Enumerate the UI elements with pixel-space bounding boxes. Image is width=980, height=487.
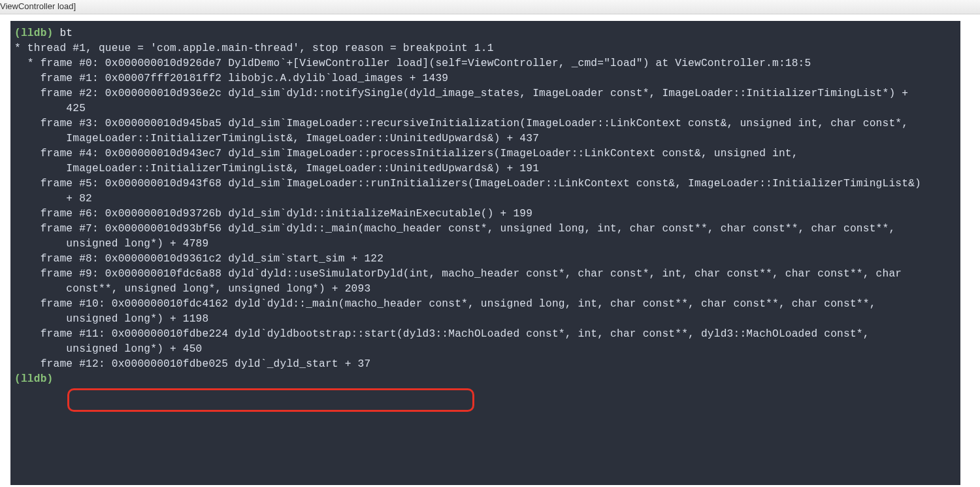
lldb-prompt: (lldb) [14, 27, 54, 39]
highlighted-frame-marker [67, 388, 474, 412]
console-panel-wrapper: (lldb) bt * thread #1, queue = 'com.appl… [0, 14, 980, 487]
thread-line: * thread #1, queue = 'com.apple.main-thr… [14, 42, 494, 54]
bt-command: bt [59, 27, 73, 39]
lldb-prompt-2: (lldb) [14, 373, 54, 385]
frames-block: * frame #0: 0x000000010d926de7 DyldDemo`… [14, 58, 921, 370]
window-title: ViewController load] [0, 1, 76, 11]
debug-console[interactable]: (lldb) bt * thread #1, queue = 'com.appl… [10, 21, 960, 485]
title-bar: ViewController load] [0, 0, 980, 14]
console-output: (lldb) bt * thread #1, queue = 'com.appl… [14, 26, 956, 387]
